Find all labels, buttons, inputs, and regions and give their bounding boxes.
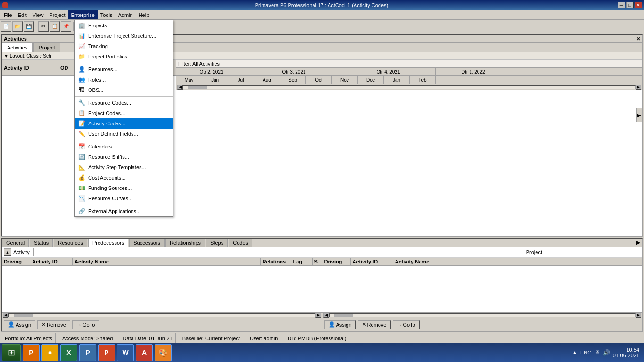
tab-resources[interactable]: Resources [54,239,87,247]
menu-edit[interactable]: Edit [15,10,30,19]
gantt-hscroll[interactable]: ◀ ▶ [176,84,642,90]
pred-hscroll-right[interactable]: ▶ [315,313,321,318]
hscroll-left[interactable]: ◀ [177,85,183,90]
menu-obs[interactable]: 🏗 OBS... [75,85,173,95]
menu-admin[interactable]: Admin [115,10,135,19]
month-jun: Jun [202,76,228,84]
menu-user-defined[interactable]: ✏️ User Defined Fields... [75,129,173,139]
right-collapse-arrow[interactable]: ▶ [636,108,642,122]
tab-projects[interactable]: Project [33,43,60,52]
menu-resource-codes[interactable]: 🔧 Resource Codes... [75,98,173,108]
tab-predecessors[interactable]: Predecessors [88,239,128,247]
menu-activity-codes[interactable]: 📝 Activity Codes... [75,118,173,129]
start-button[interactable]: ⊞ [2,344,21,361]
menu-cost-accounts[interactable]: 💰 Cost Accounts... [75,173,173,183]
taskbar-app-project[interactable]: P [79,344,96,361]
menu-funding[interactable]: 💵 Funding Sources... [75,183,173,193]
menu-projects[interactable]: 🏢 Projects [75,20,173,31]
tb-cut[interactable]: ✂ [38,21,49,32]
resources-icon: 👤 [78,66,85,73]
project-field-label: Project [526,249,542,255]
menu-file[interactable]: File [1,10,15,19]
tb-paste[interactable]: 📌 [61,21,71,32]
succ-assign-btn[interactable]: 👤 Assign [324,320,356,329]
pred-succ-split: Driving Activity ID Activity Name Relati… [2,258,642,331]
pred-hscroll-thumb[interactable] [14,314,33,317]
menu-portfolios[interactable]: 📁 Project Portfolios... [75,51,173,62]
tb-save[interactable]: 💾 [24,21,34,32]
menu-project[interactable]: Project [46,10,68,19]
pred-goto-btn[interactable]: → GoTo [72,320,99,329]
gantt-quarters: Qtr 2, 2021 Qtr 3, 2021 Qtr 4, 2021 Qtr … [176,68,642,76]
menu-sep-3 [75,140,173,140]
succ-hscroll[interactable]: ◀ ▶ [322,312,643,318]
succ-hscroll-right[interactable]: ▶ [636,313,641,318]
menu-tracking[interactable]: 📈 Tracking [75,41,173,51]
menu-tools[interactable]: Tools [98,10,116,19]
tab-steps[interactable]: Steps [206,239,228,247]
activity-step-icon: 📐 [78,164,85,171]
menu-activity-step[interactable]: 📐 Activity Step Templates... [75,162,173,173]
col-header-activity-id[interactable]: Activity ID [2,60,58,75]
tab-successors[interactable]: Successors [129,239,165,247]
gantt-header: Qtr 2, 2021 Qtr 3, 2021 Qtr 4, 2021 Qtr … [176,68,642,84]
pred-hscroll-track[interactable] [8,313,315,317]
maximize-button[interactable]: □ [626,2,634,8]
menu-sep-1 [75,63,173,63]
succ-col-activity-name: Activity Name [393,258,643,265]
menu-view[interactable]: View [30,10,47,19]
menu-resource-curves[interactable]: 📉 Resource Curves... [75,193,173,204]
status-bar: Portfolio: All Projects Access Mode: Sha… [0,333,644,343]
succ-remove-btn[interactable]: ✕ Remove [358,320,391,329]
menu-eps[interactable]: 📊 Enterprise Project Structure... [75,31,173,41]
menu-external-apps[interactable]: 🔗 External Applications... [75,206,173,216]
menu-roles[interactable]: 👥 Roles... [75,74,173,85]
taskbar-app-excel[interactable]: X [60,344,77,361]
hscroll-track[interactable] [183,85,636,89]
pred-hscroll-left[interactable]: ◀ [3,313,8,318]
activity-expand-btn[interactable]: ▲ [4,248,11,256]
activity-name-input[interactable] [33,248,521,256]
menu-calendars[interactable]: 📅 Calendars... [75,141,173,152]
close-button[interactable]: ✕ [635,2,642,8]
menu-help[interactable]: Help [136,10,152,19]
tab-general[interactable]: General [2,239,29,247]
menu-resource-shifts[interactable]: 🔄 Resource Shifts... [75,152,173,162]
menu-enterprise[interactable]: Enterprise [68,10,98,19]
tab-relationships[interactable]: Relationships [165,239,205,247]
project-codes-icon: 📋 [78,109,85,117]
menu-project-codes[interactable]: 📋 Project Codes... [75,108,173,118]
taskbar-app-acrobat[interactable]: A [136,344,153,361]
pred-remove-btn[interactable]: ✕ Remove [37,320,70,329]
pred-hscroll[interactable]: ◀ ▶ [2,312,322,318]
succ-goto-icon: → [397,322,402,328]
hscroll-thumb[interactable] [188,86,207,89]
menu-resources[interactable]: 👤 Resources... [75,64,173,74]
succ-goto-btn[interactable]: → GoTo [393,320,420,329]
bottom-collapse-arrow[interactable]: ▶ [635,239,642,247]
pred-assign-btn[interactable]: 👤 Assign [4,320,35,329]
tab-activities[interactable]: Activities [2,43,33,52]
taskbar-app-powerpoint[interactable]: P [98,344,115,361]
hscroll-right[interactable]: ▶ [636,85,641,90]
taskbar-app-paint[interactable]: 🎨 [155,344,172,361]
succ-hscroll-left[interactable]: ◀ [323,313,329,318]
tb-copy[interactable]: 📋 [50,21,60,32]
project-name-input[interactable] [546,248,640,256]
resource-curves-icon: 📉 [78,195,85,202]
tab-codes[interactable]: Codes [229,239,252,247]
succ-hscroll-track[interactable] [329,313,636,317]
tb-open[interactable]: 📂 [12,21,23,32]
tb-new[interactable]: 📄 [1,21,11,32]
panel-title: Activities [4,36,27,41]
gantt-months: May Jun Jul Aug Sep Oct Nov Dec Jan Feb [176,76,642,84]
succ-hscroll-thumb[interactable] [334,314,353,317]
succ-col-driving: Driving [322,258,351,265]
tab-status[interactable]: Status [30,239,53,247]
minimize-button[interactable]: ─ [618,2,625,8]
month-may: May [176,76,202,84]
panel-close-button[interactable]: ✕ [636,36,640,41]
taskbar-app-chrome[interactable]: ● [41,344,58,361]
taskbar-app-word[interactable]: W [117,344,134,361]
taskbar-app-primavera[interactable]: P [23,344,40,361]
